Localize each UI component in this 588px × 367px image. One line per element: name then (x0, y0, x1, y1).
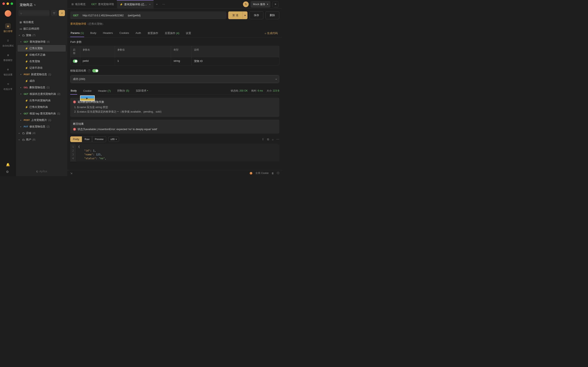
send-button[interactable]: 发 送 (228, 11, 242, 19)
cookie-icon[interactable]: 🍪 (250, 172, 252, 175)
view-pretty-button[interactable]: Pretty (70, 136, 82, 142)
rail-project-settings[interactable]: ⚙ 项目设置 (0, 64, 16, 79)
rail-share[interactable]: ⟲ 在线分享 (0, 79, 16, 93)
tab-settings[interactable]: 设置 (185, 29, 191, 37)
breadcrumb[interactable]: 查询宠物详情（已售出宠物） (67, 22, 282, 27)
tree-endpoint-put-update[interactable]: ▸ PUT 修改宠物信息 (2) (17, 123, 66, 130)
resp-tab-actual[interactable]: 实际请求 • (135, 87, 148, 95)
tree-docs[interactable]: ▭ 接口文档说明 (17, 25, 66, 32)
env-select[interactable]: Mock 服务 ▾ (251, 1, 270, 8)
tree-endpoint-get-by-tag[interactable]: ▸ GET 根据 tag 查找宠物列表 (1) (17, 110, 66, 117)
window-maximize[interactable] (11, 2, 13, 5)
param-name-cell[interactable]: petId (80, 57, 115, 65)
download-icon[interactable]: ⇩ (262, 138, 264, 141)
tree-case-success[interactable]: ⚡ 成功 (17, 78, 66, 84)
request-bar: GET http://127.0.0.1:4523/mock/622362 /p… (67, 8, 282, 22)
project-title[interactable]: 宠物商店 ⇅ (16, 0, 67, 10)
rail-automation[interactable]: ☰ 自动化测试 (0, 35, 16, 50)
tab-case-sold[interactable]: ⚡ 查询宠物详情 (已售出 × (117, 0, 154, 8)
filter-button[interactable]: ▽ (51, 10, 57, 16)
tree-endpoint-del[interactable]: ▸ DEL 删除宠物信息 (1) (17, 84, 66, 91)
tree-label: 在售宠物 (29, 59, 40, 63)
tree-case-sold-list[interactable]: ⚡ 已售出宠物列表 (17, 104, 66, 110)
tree-folder-pet[interactable]: ▾ 🗀 宠物 (7) (17, 32, 66, 39)
window-close[interactable] (2, 2, 5, 5)
param-desc-cell[interactable]: 宠物 ID (191, 57, 279, 65)
tree-case-on-sale[interactable]: ⚡ 在售宠物 (17, 58, 66, 65)
tab-get-detail[interactable]: GET 查询宠物详情 (88, 0, 117, 8)
validate-toggle[interactable] (92, 69, 98, 72)
tree-endpoint-post-create[interactable]: ▾ POST 新建宠物信息 (1) (17, 71, 66, 78)
trash-icon[interactable]: 🗑 (272, 172, 274, 175)
tree-folder-user[interactable]: ▸ 🗀 用户 (8) (17, 136, 66, 143)
delete-button[interactable]: 删除 (265, 11, 279, 19)
resp-tab-console[interactable]: 控制台 (5) (117, 87, 130, 95)
tab-more-button[interactable]: ⋯ (160, 3, 167, 6)
caret-right-icon: ▸ (19, 139, 21, 141)
copy-icon[interactable]: ⧉ (267, 138, 269, 141)
tree-folder-shop[interactable]: ▸ 🗀 店铺 (4) (17, 130, 66, 136)
encoding-select[interactable]: utf8 ▾ (108, 137, 119, 142)
generate-code-button[interactable]: ⟐ 生成代码 (265, 29, 279, 37)
json-viewer[interactable]: 1234 { "id": 1, "name": 123, "status": "… (70, 144, 279, 162)
help-icon[interactable]: ? (88, 69, 91, 72)
tab-add-button[interactable]: ＋ (154, 2, 160, 6)
tab-headers[interactable]: Headers (103, 29, 113, 37)
tree-endpoint-get-by-status[interactable]: ▾ GET 根据状态查找宠物列表 (2) (17, 91, 66, 97)
save-button[interactable]: 保存 (250, 11, 263, 19)
tree-count: (4) (47, 40, 50, 43)
expected-response-select[interactable]: 成功 (200) ▾ (70, 75, 279, 83)
resp-tab-cookie[interactable]: Cookie (83, 87, 92, 94)
avatar[interactable] (5, 10, 11, 17)
method-badge: POST (24, 73, 30, 76)
automation-icon: ☰ (7, 39, 9, 42)
tree-case-bad-id[interactable]: ⚡ ID格式不正确 (17, 52, 66, 58)
tab-post-script[interactable]: 后置操作 (4) (164, 29, 180, 37)
tree-case-sold[interactable]: ⚡ 已售出宠物 (17, 45, 66, 52)
tree-endpoint-post-upload[interactable]: ▸ POST 上传宠物图片 (1) (17, 117, 66, 123)
close-icon[interactable]: × (149, 3, 151, 6)
assertion-line: 状态为available | AssertionError: expected … (78, 127, 157, 131)
bolt-icon: ⚡ (25, 80, 28, 83)
rail-label: 项目设置 (3, 73, 12, 76)
search-icon[interactable]: ⌕ (272, 138, 274, 141)
resp-tab-header[interactable]: Header (7) (98, 87, 111, 94)
tree-label: 记录不存在 (29, 66, 43, 70)
col-name: 参数名 (80, 46, 115, 57)
view-raw-button[interactable]: Raw (82, 136, 92, 142)
param-type-cell[interactable]: string (171, 57, 191, 65)
send-dropdown[interactable]: ▾ (242, 12, 247, 19)
sync-button[interactable]: ↻ (243, 1, 249, 7)
share-icon: ⟲ (7, 83, 9, 85)
menu-button[interactable]: ≡ (272, 1, 278, 7)
tree-case-not-found[interactable]: ⚡ 记录不存在 (17, 65, 66, 71)
gear-icon[interactable]: ⚙ (6, 170, 10, 174)
param-enable-toggle[interactable] (73, 59, 78, 63)
tree-overview[interactable]: ⊞ 项目概览 (17, 19, 66, 25)
tab-overview[interactable]: ⊞ 项目概览 (69, 0, 88, 8)
brand-label: Apifox (39, 170, 47, 173)
tab-params[interactable]: Params (1) (70, 29, 84, 37)
rail-data-model[interactable]: ⊞ 数据模型 (0, 50, 16, 64)
param-value-cell[interactable]: 1 (115, 57, 171, 65)
help-icon[interactable]: ⓘ (277, 171, 279, 175)
resp-tab-body[interactable]: Body (70, 87, 77, 95)
notification-icon[interactable]: 🔔 (6, 163, 10, 167)
tree-label: 接口文档说明 (23, 27, 39, 31)
tree-endpoint-get-detail[interactable]: ▾ GET 查询宠物详情 (4) (17, 39, 66, 45)
add-button[interactable]: ＋ (59, 10, 65, 16)
tab-auth[interactable]: Auth (135, 29, 141, 37)
tree-case-selling-list[interactable]: ⚡ 出售中的宠物列表 (17, 97, 66, 104)
more-icon[interactable]: ⋯ (277, 138, 279, 141)
url-input[interactable]: GET http://127.0.0.1:4523/mock/622362 /p… (70, 11, 226, 19)
tab-cookies[interactable]: Cookies (119, 29, 130, 37)
tab-body[interactable]: Body (90, 29, 97, 37)
line-gutter: 1234 (70, 144, 76, 162)
search-input[interactable]: ⌕ (18, 10, 49, 16)
window-minimize[interactable] (7, 2, 9, 5)
tab-pre-script[interactable]: 前置操作 (147, 29, 159, 37)
global-cookie-button[interactable]: 全局 Cookie (255, 171, 269, 175)
rail-api-manage[interactable]: ▣ 接口管理 (0, 21, 16, 35)
view-preview-button[interactable]: Preview (92, 136, 106, 142)
toggle-panel-icon[interactable]: ⇲ (70, 172, 72, 175)
